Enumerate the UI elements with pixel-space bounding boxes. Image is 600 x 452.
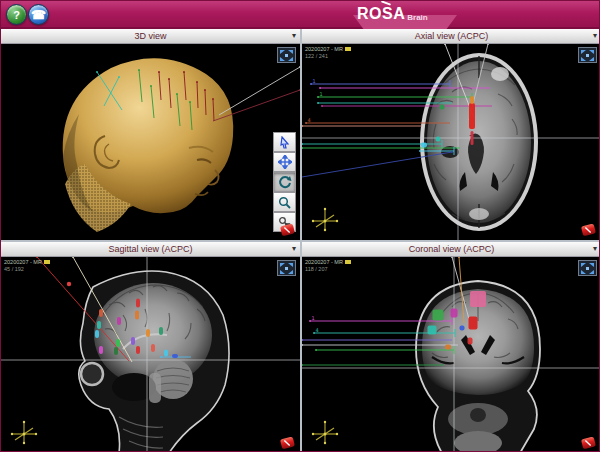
- electrode-marker[interactable]: [421, 143, 427, 148]
- brand-name: ROSA: [357, 5, 405, 22]
- chevron-down-icon[interactable]: ▾: [593, 30, 597, 42]
- help-icon[interactable]: ?: [6, 4, 27, 25]
- brainstem: [149, 373, 161, 403]
- electrode-marker[interactable]: [428, 326, 437, 335]
- electrode-marker[interactable]: [469, 103, 475, 129]
- pan-tool-icon[interactable]: [273, 152, 296, 172]
- axial-mri-image[interactable]: 114: [302, 44, 600, 240]
- red-tag-icon[interactable]: [279, 436, 296, 450]
- viewport-coronal[interactable]: 14 20200207 - MR 118 / 207: [302, 257, 600, 452]
- trajectory-endpoint: [315, 349, 317, 351]
- viewport-sagittal[interactable]: 20200207 - MR 45 / 192: [1, 257, 300, 452]
- series-info: 20200207 - MR 122 / 241: [305, 46, 351, 59]
- trajectory-endpoint: [158, 71, 160, 73]
- electrode-marker[interactable]: [117, 317, 121, 325]
- electrode-marker[interactable]: [131, 337, 135, 345]
- rosa-brain-window: ? ☎ ROSABrain 3D view ▾: [0, 0, 600, 452]
- trajectory-endpoint: [317, 102, 319, 104]
- red-tag-icon[interactable]: [580, 223, 597, 237]
- trajectory-line[interactable]: [219, 67, 300, 115]
- chevron-down-icon[interactable]: ▾: [292, 30, 296, 42]
- eye-globe: [81, 363, 103, 385]
- pointer-tool-icon[interactable]: [273, 132, 296, 152]
- trajectory-endpoint: [183, 71, 185, 73]
- sagittal-mri-image[interactable]: [1, 257, 300, 452]
- trajectory-label: 4: [308, 117, 311, 123]
- rosa-brain-logo: ROSABrain: [357, 5, 428, 23]
- trajectory-endpoint: [451, 151, 453, 153]
- slice-counter: 45 / 192: [4, 266, 24, 272]
- trajectory-endpoint: [319, 87, 321, 89]
- phone-icon[interactable]: ☎: [28, 4, 49, 25]
- electrode-marker[interactable]: [469, 317, 478, 330]
- electrode-marker[interactable]: [470, 96, 474, 104]
- expand-arrows: [280, 50, 293, 61]
- electrode-marker[interactable]: [460, 326, 465, 331]
- entry-point-dot: [67, 282, 71, 286]
- view-title-3d: 3D view: [134, 31, 166, 41]
- electrode-marker[interactable]: [445, 345, 451, 350]
- red-tag-icon[interactable]: [279, 223, 296, 237]
- expand-arrows: [581, 50, 594, 61]
- panel-coronal-view: Coronal view (ACPC) ▾: [302, 242, 600, 452]
- trajectory-endpoint: [458, 257, 460, 258]
- electrode-marker[interactable]: [468, 338, 473, 345]
- trajectory-label: 4: [316, 327, 319, 333]
- electrode-marker[interactable]: [136, 346, 140, 354]
- viewport-3d[interactable]: [1, 44, 300, 240]
- trajectory-endpoint: [302, 344, 303, 346]
- electrode-marker[interactable]: [172, 354, 178, 358]
- electrode-marker[interactable]: [451, 309, 458, 318]
- zoom-tool-icon[interactable]: [273, 192, 296, 212]
- expand-view-icon[interactable]: [277, 260, 296, 276]
- electrode-marker[interactable]: [97, 321, 101, 329]
- electrode-marker[interactable]: [99, 309, 103, 317]
- head-3d-model[interactable]: [1, 44, 300, 240]
- chevron-down-icon[interactable]: ▾: [292, 243, 296, 255]
- electrode-marker[interactable]: [95, 330, 99, 338]
- electrode-marker[interactable]: [146, 329, 150, 337]
- electrode-marker[interactable]: [164, 350, 168, 357]
- view-title-sagittal: Sagittal view (ACPC): [108, 244, 192, 254]
- electrode-marker[interactable]: [433, 310, 444, 321]
- electrode-marker[interactable]: [471, 131, 474, 145]
- rotate-tool-icon[interactable]: [273, 172, 296, 192]
- trajectory-label: 1: [313, 78, 316, 84]
- trajectory-endpoint: [118, 76, 120, 78]
- electrode-marker[interactable]: [116, 339, 120, 347]
- top-brand-bar: ? ☎ ROSABrain: [1, 1, 600, 29]
- trajectory-endpoint: [176, 93, 178, 95]
- electrode-marker[interactable]: [135, 311, 139, 320]
- panel-sagittal-view: Sagittal view (ACPC) ▾: [1, 242, 300, 452]
- red-tag-icon[interactable]: [580, 436, 597, 450]
- electrode-marker[interactable]: [136, 299, 140, 308]
- bright-lesion: [491, 67, 509, 81]
- electrode-marker[interactable]: [159, 327, 163, 335]
- view-selector-3d[interactable]: 3D view ▾: [1, 29, 300, 44]
- coronal-mri-image[interactable]: 14: [302, 257, 600, 452]
- trajectory-endpoint: [419, 150, 421, 152]
- electrode-marker[interactable]: [440, 105, 445, 110]
- trajectory-endpoint: [150, 85, 152, 87]
- series-label: 20200207 - MR: [305, 259, 343, 265]
- view-selector-sagittal[interactable]: Sagittal view (ACPC) ▾: [1, 242, 300, 257]
- series-badge: [44, 260, 50, 264]
- expand-view-icon[interactable]: [578, 260, 597, 276]
- trajectory-endpoint: [138, 69, 140, 71]
- chevron-down-icon[interactable]: ▾: [593, 243, 597, 255]
- electrode-marker[interactable]: [114, 347, 118, 355]
- expand-view-icon[interactable]: [578, 47, 597, 63]
- slice-counter: 118 / 207: [305, 266, 328, 272]
- electrode-marker[interactable]: [436, 137, 441, 142]
- trajectory-endpoint: [302, 339, 303, 341]
- electrode-marker[interactable]: [470, 291, 486, 307]
- expand-view-icon[interactable]: [277, 47, 296, 63]
- viewport-axial[interactable]: 114 20200207 - MR 122 / 241: [302, 44, 600, 240]
- trajectory-label: 1: [312, 315, 315, 321]
- electrode-marker[interactable]: [151, 344, 155, 352]
- electrode-marker[interactable]: [99, 346, 103, 354]
- view-selector-axial[interactable]: Axial view (ACPC) ▾: [302, 29, 600, 44]
- view-selector-coronal[interactable]: Coronal view (ACPC) ▾: [302, 242, 600, 257]
- panel-3d-view: 3D view ▾: [1, 29, 300, 240]
- toolbar-3d: [273, 132, 297, 232]
